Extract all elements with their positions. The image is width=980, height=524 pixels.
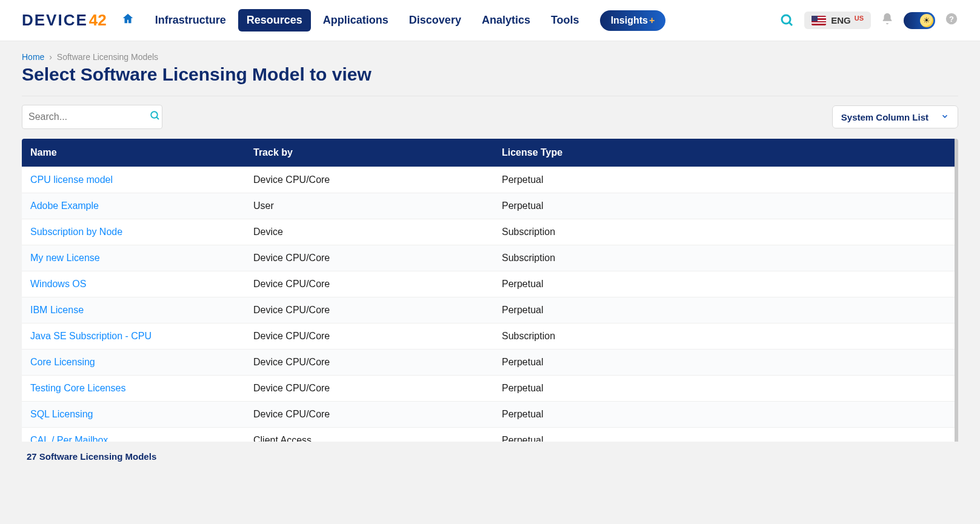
sun-icon: ☀	[920, 14, 933, 27]
row-license-type: Subscription	[495, 219, 955, 245]
row-trackby: Device	[246, 219, 495, 245]
search-box[interactable]	[22, 105, 162, 129]
table-row[interactable]: Testing Core LicensesDevice CPU/CorePerp…	[22, 376, 955, 402]
column-list-dropdown[interactable]: System Column List	[832, 105, 958, 128]
row-license-type: Perpetual	[495, 402, 955, 428]
search-icon[interactable]	[150, 110, 161, 124]
col-header-type[interactable]: License Type	[495, 139, 955, 167]
row-name-link[interactable]: Subscription by Node	[30, 227, 122, 237]
home-icon[interactable]	[121, 12, 135, 29]
row-license-type: Perpetual	[495, 297, 955, 323]
brand-suffix: 42	[89, 11, 107, 30]
row-trackby: Device CPU/Core	[246, 350, 495, 376]
row-trackby: Device CPU/Core	[246, 271, 495, 297]
row-license-type: Perpetual	[495, 376, 955, 402]
nav-tools[interactable]: Tools	[542, 9, 588, 32]
row-trackby: Device CPU/Core	[246, 245, 495, 271]
nav-applications[interactable]: Applications	[315, 9, 397, 32]
row-license-type: Subscription	[495, 245, 955, 271]
row-name-link[interactable]: Adobe Example	[30, 201, 99, 211]
svg-line-1	[789, 22, 792, 25]
table-row[interactable]: Windows OSDevice CPU/CorePerpetual	[22, 271, 955, 297]
row-trackby: User	[246, 193, 495, 219]
search-input[interactable]	[28, 111, 150, 122]
svg-text:?: ?	[949, 14, 954, 23]
col-header-trackby[interactable]: Track by	[246, 139, 495, 167]
help-icon[interactable]: ?	[945, 12, 958, 29]
table-row[interactable]: Adobe ExampleUserPerpetual	[22, 193, 955, 219]
table-row[interactable]: Subscription by NodeDeviceSubscription	[22, 219, 955, 245]
chevron-down-icon	[941, 112, 949, 122]
insights-label: Insights	[611, 15, 648, 26]
row-name-link[interactable]: SQL Licensing	[30, 409, 93, 419]
row-license-type: Perpetual	[495, 350, 955, 376]
language-label: ENG	[831, 15, 851, 25]
breadcrumb-current: Software Licensing Models	[57, 52, 158, 62]
row-name-link[interactable]: IBM License	[30, 305, 84, 315]
page-body: Home › Software Licensing Models Select …	[0, 41, 980, 524]
insights-button[interactable]: Insights+	[600, 10, 666, 31]
row-trackby: Device CPU/Core	[246, 323, 495, 350]
row-name-link[interactable]: Testing Core Licenses	[30, 383, 125, 393]
col-header-name[interactable]: Name	[22, 139, 246, 167]
result-count: 27 Software Licensing Models	[22, 442, 958, 465]
controls-row: System Column List	[22, 105, 958, 129]
table-row[interactable]: Core LicensingDevice CPU/CorePerpetual	[22, 350, 955, 376]
row-license-type: Perpetual	[495, 167, 955, 193]
svg-point-4	[151, 111, 158, 118]
nav-resources[interactable]: Resources	[238, 9, 311, 32]
row-license-type: Subscription	[495, 323, 955, 350]
column-list-label: System Column List	[841, 112, 928, 122]
row-name-link[interactable]: Core Licensing	[30, 357, 95, 367]
topbar: DEVICE42 Infrastructure Resources Applic…	[0, 0, 980, 41]
table-row[interactable]: SQL LicensingDevice CPU/CorePerpetual	[22, 402, 955, 428]
svg-line-5	[156, 117, 159, 119]
table-row[interactable]: CAL / Per MailboxClient AccessPerpetual	[22, 428, 955, 442]
table-row[interactable]: IBM LicenseDevice CPU/CorePerpetual	[22, 297, 955, 323]
table-row[interactable]: Java SE Subscription - CPUDevice CPU/Cor…	[22, 323, 955, 350]
breadcrumb: Home › Software Licensing Models	[22, 41, 958, 62]
row-name-link[interactable]: Java SE Subscription - CPU	[30, 331, 152, 341]
row-name-link[interactable]: CPU license model	[30, 174, 113, 185]
row-trackby: Client Access	[246, 428, 495, 442]
breadcrumb-home[interactable]: Home	[22, 52, 44, 62]
global-search-icon[interactable]	[779, 12, 796, 29]
nav-discovery[interactable]: Discovery	[401, 9, 470, 32]
licensing-models-table: Name Track by License Type CPU license m…	[22, 139, 955, 442]
row-name-link[interactable]: CAL / Per Mailbox	[30, 435, 108, 442]
breadcrumb-separator-icon: ›	[49, 52, 52, 62]
row-license-type: Perpetual	[495, 271, 955, 297]
row-license-type: Perpetual	[495, 428, 955, 442]
brand-logo[interactable]: DEVICE42	[22, 11, 107, 30]
nav-analytics[interactable]: Analytics	[473, 9, 539, 32]
row-name-link[interactable]: Windows OS	[30, 279, 86, 289]
table-scroll[interactable]: Name Track by License Type CPU license m…	[22, 139, 958, 442]
svg-point-0	[782, 15, 790, 24]
theme-toggle[interactable]: ☀	[904, 12, 935, 29]
main-nav: Infrastructure Resources Applications Di…	[147, 9, 666, 32]
table-header-row: Name Track by License Type	[22, 139, 955, 167]
table-row[interactable]: My new LicenseDevice CPU/CoreSubscriptio…	[22, 245, 955, 271]
flag-us-icon	[812, 16, 826, 25]
language-selector[interactable]: ENG US	[804, 12, 871, 29]
row-trackby: Device CPU/Core	[246, 297, 495, 323]
page-title: Select Software Licensing Model to view	[22, 64, 958, 96]
row-license-type: Perpetual	[495, 193, 955, 219]
row-name-link[interactable]: My new License	[30, 253, 100, 263]
plus-icon: +	[649, 15, 655, 26]
brand-name: DEVICE	[22, 11, 88, 30]
table-row[interactable]: CPU license modelDevice CPU/CorePerpetua…	[22, 167, 955, 193]
row-trackby: Device CPU/Core	[246, 167, 495, 193]
language-region: US	[855, 15, 864, 22]
notifications-icon[interactable]	[881, 12, 894, 29]
row-trackby: Device CPU/Core	[246, 402, 495, 428]
row-trackby: Device CPU/Core	[246, 376, 495, 402]
nav-infrastructure[interactable]: Infrastructure	[147, 9, 235, 32]
